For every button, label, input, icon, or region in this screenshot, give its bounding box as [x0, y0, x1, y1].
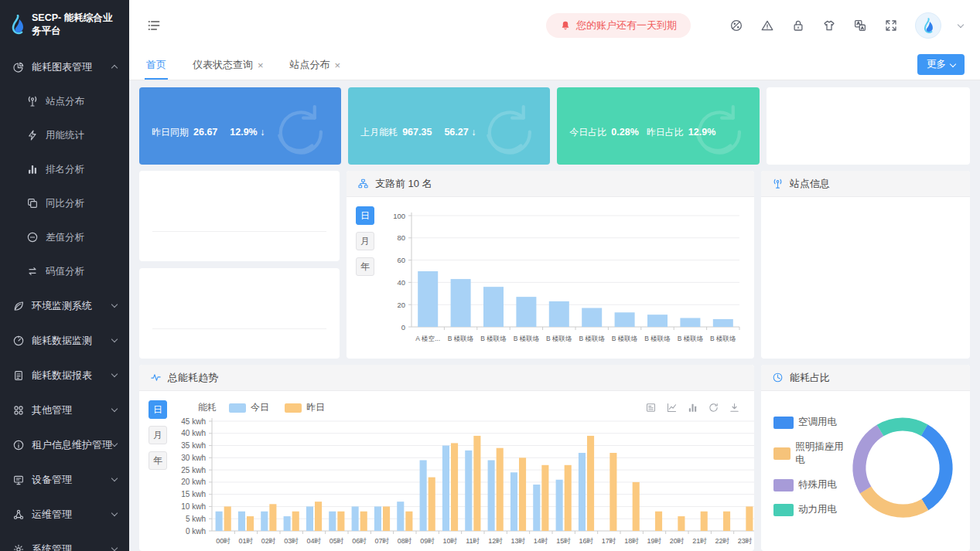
collapse-menu-icon[interactable] [146, 18, 162, 33]
lightning-icon [26, 129, 39, 141]
sidebar-item[interactable]: 环境监测系统 [0, 288, 129, 323]
sidebar-item-label: 能耗数据监测 [32, 334, 92, 348]
tabbar: 首页仪表状态查询×站点分布× 更多 [129, 51, 980, 80]
bar-chart-icon[interactable] [687, 402, 698, 413]
svg-text:A 楼空...: A 楼空... [415, 335, 440, 342]
kpi-row: 昨日同期26.6712.9% ↓上月能耗967.3556.27 ↓今日占比0.2… [139, 87, 970, 165]
tab-close-icon[interactable]: × [258, 60, 264, 71]
more-button[interactable]: 更多 [917, 54, 965, 75]
sidebar-item[interactable]: 设备管理 [0, 462, 129, 497]
sidebar-item[interactable]: 租户信息维护管理 [0, 427, 129, 462]
sidebar-item[interactable]: 系统管理 [0, 532, 129, 551]
lock-icon[interactable] [791, 19, 805, 32]
sidebar-item[interactable]: 能耗数据报表 [0, 358, 129, 393]
svg-text:09时: 09时 [420, 537, 435, 545]
share-legend: 空调用电照明插座用电特殊用电动力用电 [773, 416, 845, 543]
svg-text:06时: 06时 [352, 537, 367, 545]
shirt-icon[interactable] [822, 19, 836, 32]
sidebar-item[interactable]: 其他管理 [0, 393, 129, 427]
sidebar-subitem-label: 排名分析 [46, 163, 84, 176]
sidebar-item[interactable]: 运维管理 [0, 497, 129, 532]
usage-column [139, 171, 340, 359]
svg-text:23时: 23时 [738, 537, 753, 545]
tab-label: 站点分布 [290, 58, 330, 72]
legend-item[interactable]: 动力用电 [773, 503, 845, 516]
period-toggle[interactable]: 日 [149, 400, 167, 419]
usage-card [139, 268, 340, 359]
legend-swatch [773, 504, 794, 516]
copy-icon [26, 197, 39, 209]
period-toggle[interactable]: 年 [356, 257, 374, 276]
avatar[interactable] [915, 12, 941, 39]
sidebar-subitem[interactable]: 用能统计 [0, 118, 129, 152]
account-expiry-alert[interactable]: 您的账户还有一天到期 [546, 13, 691, 38]
svg-text:11时: 11时 [466, 537, 480, 545]
nodes-icon [12, 508, 25, 521]
svg-text:35 kwh: 35 kwh [181, 441, 206, 450]
tab-close-icon[interactable]: × [335, 60, 341, 71]
period-toggle[interactable]: 月 [149, 426, 167, 444]
site-info-panel: 站点信息 [761, 171, 970, 359]
svg-text:100: 100 [393, 212, 405, 220]
app-root: SECP- 能耗综合业务平台 能耗图表管理站点分布用能统计排名分析同比分析差值分… [0, 0, 980, 551]
line-chart-icon[interactable] [666, 402, 678, 413]
tab[interactable]: 站点分布× [289, 51, 343, 80]
topbar: 您的账户还有一天到期 [129, 0, 980, 51]
svg-text:10 kwh: 10 kwh [181, 502, 206, 511]
tab-label: 首页 [146, 58, 166, 72]
svg-text:B 楼联络: B 楼联络 [579, 335, 605, 342]
sidebar-subitem[interactable]: 同比分析 [0, 186, 129, 220]
minus-circle-icon [26, 231, 39, 243]
legend-item[interactable]: 空调用电 [773, 416, 845, 429]
sidebar-item-label: 环境监测系统 [32, 299, 92, 313]
topbar-right: 您的账户还有一天到期 [546, 12, 963, 39]
data-view-icon[interactable] [645, 402, 657, 413]
period-toggle[interactable]: 年 [149, 451, 167, 470]
sidebar-subitem[interactable]: 差值分析 [0, 220, 129, 254]
bell-icon [560, 20, 571, 31]
tab[interactable]: 首页 [145, 51, 168, 80]
legend-item[interactable]: 今日 [229, 401, 269, 414]
svg-text:22时: 22时 [715, 537, 729, 545]
tab[interactable]: 仪表状态查询× [191, 51, 265, 80]
svg-text:13时: 13时 [510, 537, 525, 545]
app-logo: SECP- 能耗综合业务平台 [0, 0, 129, 49]
legend-label: 今日 [251, 401, 269, 414]
legend-item[interactable]: 特殊用电 [773, 478, 845, 491]
sidebar-subitem[interactable]: 排名分析 [0, 152, 129, 186]
sidebar-item-label: 其他管理 [32, 403, 72, 417]
refresh-icon[interactable] [708, 402, 719, 413]
fullscreen-icon[interactable] [884, 19, 898, 32]
user-chevron-down-icon[interactable] [958, 21, 964, 27]
svg-text:80: 80 [397, 233, 405, 242]
legend-label: 特殊用电 [798, 478, 837, 491]
app-title: SECP- 能耗综合业务平台 [32, 12, 121, 38]
sidebar-subitem-label: 用能统计 [46, 129, 84, 142]
period-toggle[interactable]: 日 [356, 206, 374, 225]
svg-text:05时: 05时 [330, 537, 344, 545]
report-icon [12, 369, 25, 382]
sidebar-subitem[interactable]: 站点分布 [0, 84, 129, 118]
theme-icon[interactable] [729, 19, 743, 32]
recycle-watermark-icon [685, 97, 746, 157]
sidebar-item-label: 能耗数据报表 [32, 369, 92, 383]
sidebar-item-label: 租户信息维护管理 [32, 438, 112, 452]
swap-icon [26, 265, 39, 277]
translate-icon[interactable] [853, 19, 867, 32]
branch-bar-chart: 020406080100A 楼空...B 楼联络B 楼联络B 楼联络B 楼联络B… [382, 205, 746, 358]
sidebar-subitem[interactable]: 码值分析 [0, 254, 129, 288]
period-toggle[interactable]: 月 [356, 232, 374, 250]
legend-item[interactable]: 昨日 [285, 401, 325, 414]
warning-triangle-icon[interactable] [760, 19, 774, 32]
trend-bar-chart: 0 kwh5 kwh10 kwh15 kwh20 kwh25 kwh30 kwh… [175, 417, 754, 548]
download-icon[interactable] [729, 402, 740, 413]
sidebar-item-label: 运维管理 [32, 508, 72, 522]
legend-item[interactable]: 照明插座用电 [773, 440, 845, 467]
branch-panel-body: 日月年 020406080100A 楼空...B 楼联络B 楼联络B 楼联络B … [347, 197, 754, 359]
legend-swatch [285, 403, 302, 413]
share-panel-header: 能耗占比 [761, 365, 970, 391]
sidebar-item[interactable]: 能耗数据监测 [0, 323, 129, 358]
sidebar-item[interactable]: 能耗图表管理 [0, 49, 129, 84]
trend-panel-header: 总能耗趋势 [139, 365, 754, 391]
kpi-card: 昨日同期26.6712.9% ↓ [139, 87, 341, 165]
